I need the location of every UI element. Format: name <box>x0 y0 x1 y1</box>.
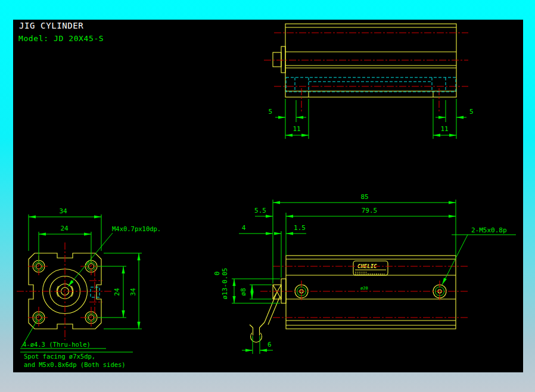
dim-foot-offset-left: 5 <box>268 108 272 116</box>
dim-foot-pitch-right: 11 <box>440 125 448 133</box>
dim-foot-pitch-left: 11 <box>293 125 300 133</box>
top-view-centerlines <box>264 33 468 112</box>
dim-boss-tol-upper: 0 <box>213 272 221 276</box>
note-spot-facing-1: Spot facing ø7x5dp, <box>24 353 95 360</box>
rod-flange <box>281 46 285 73</box>
dim-width-bolt: 24 <box>60 225 69 232</box>
note-thru-hole: 4-ø4.3 (Thru-hole) <box>23 341 91 348</box>
dim-height-outer: 34 <box>129 288 137 296</box>
top-view: 5 11 5 11 <box>264 24 474 139</box>
dim-body-length: 79.5 <box>362 207 378 214</box>
drawing-frame: JIG CYLINDER Model: JD 20X45-S <box>0 0 535 392</box>
rod-tip <box>273 52 281 67</box>
note-bore: ø20 <box>360 286 368 291</box>
dim-foot-offset-right: 5 <box>469 108 474 116</box>
dim-boss-height: 1.5 <box>294 224 306 232</box>
dim-overall-length: 85 <box>360 193 368 201</box>
drawing-canvas: JIG CYLINDER Model: JD 20X45-S <box>13 20 523 372</box>
dim-width-outer: 34 <box>59 207 67 215</box>
dim-flats-width: 6 <box>268 341 272 349</box>
front-view: 34 24 24 34 M4x0.7px10dp. <box>17 207 161 368</box>
top-view-dimensions: 5 11 5 11 <box>268 99 473 139</box>
dim-boss-dia: ø13-0.05 <box>221 268 229 300</box>
top-view-hidden-lines <box>286 77 456 92</box>
note-spot-facing-2: and M5x0.8x6dp (Both sides) <box>24 361 126 368</box>
title-block: JIG CYLINDER Model: JD 20X45-S <box>18 21 104 43</box>
main-view: CHELIC ø20 <box>213 193 516 354</box>
note-ports: 2-M5x0.8p <box>471 226 507 234</box>
chelic-label: CHELIC <box>353 261 388 275</box>
main-view-body: CHELIC ø20 <box>250 256 456 343</box>
dim-rod-extension: 5.5 <box>254 207 266 214</box>
note-tap: M4x0.7px10dp. <box>112 225 161 232</box>
model-label: Model: JD 20X45-S <box>18 34 104 43</box>
cad-drawing: JIG CYLINDER Model: JD 20X45-S <box>13 20 523 372</box>
front-view-dimensions: 34 24 24 34 M4x0.7px10dp. <box>20 207 161 368</box>
page-title: JIG CYLINDER <box>19 21 83 30</box>
dim-rod-dia: ø8 <box>239 288 247 295</box>
dim-rod-tip: 4 <box>242 224 246 232</box>
dim-height-bolt: 24 <box>113 288 121 296</box>
